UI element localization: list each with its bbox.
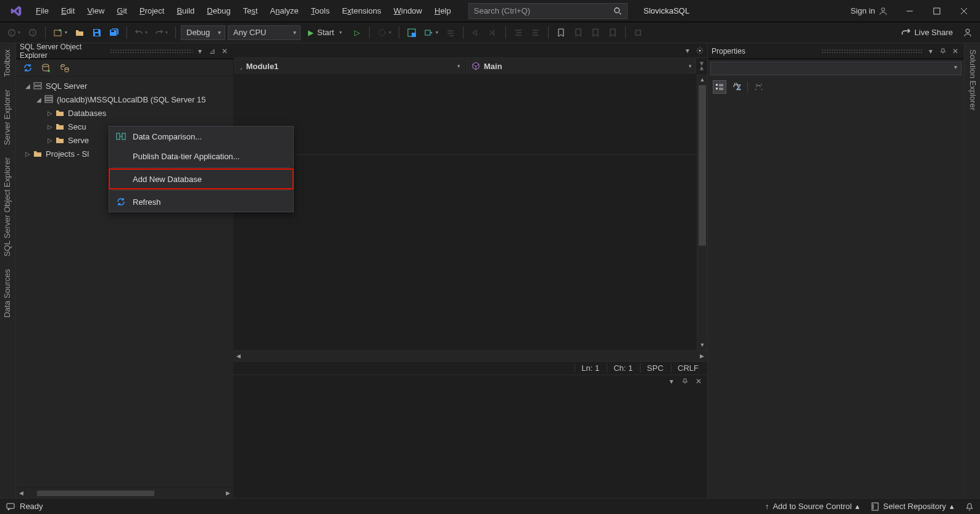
- tab-server-explorer[interactable]: Server Explorer: [0, 83, 15, 151]
- save-button[interactable]: [89, 25, 104, 41]
- notifications-button[interactable]: [965, 502, 974, 511]
- toolbar-btn-c[interactable]: ▾: [421, 25, 441, 41]
- editor-settings-button[interactable]: [695, 46, 705, 56]
- panel-hscroll[interactable]: ◀ ▶: [16, 487, 233, 498]
- menu-project[interactable]: Project: [133, 0, 170, 22]
- group-button[interactable]: [58, 61, 72, 75]
- line-endings[interactable]: CRLF: [671, 363, 705, 373]
- indent-mode[interactable]: SPC: [640, 363, 670, 373]
- menu-file[interactable]: File: [30, 0, 55, 22]
- vs-logo-icon: [7, 2, 25, 20]
- ctx-add-new-database[interactable]: Add New Database: [109, 169, 293, 189]
- toolbar-btn-d[interactable]: [443, 25, 458, 41]
- properties-dropdown-button[interactable]: ▾: [926, 46, 936, 56]
- menu-test[interactable]: Test: [237, 0, 264, 22]
- panel-pin-button[interactable]: ⊿: [207, 46, 217, 56]
- comment-button[interactable]: [511, 25, 526, 41]
- panel-dropdown-button[interactable]: ▾: [195, 46, 205, 56]
- open-button[interactable]: [72, 25, 87, 41]
- server-icon: [32, 80, 43, 91]
- forward-button[interactable]: [25, 25, 40, 41]
- scroll-thumb[interactable]: [37, 491, 154, 496]
- platform-select[interactable]: Any CPU: [228, 25, 301, 40]
- tab-data-sources[interactable]: Data Sources: [0, 263, 15, 324]
- code-editor[interactable]: ▲ ▼: [233, 74, 707, 350]
- properties-categorized-button[interactable]: [713, 80, 726, 94]
- scroll-thumb[interactable]: [699, 85, 706, 246]
- chat-icon[interactable]: [6, 502, 15, 511]
- menu-build[interactable]: Build: [170, 0, 201, 22]
- bookmark-next-button[interactable]: [588, 25, 603, 41]
- properties-alpha-button[interactable]: AZ: [730, 80, 744, 94]
- bookmark-button[interactable]: [554, 25, 568, 41]
- tree-instance[interactable]: ◢ (localdb)\MSSQLLocalDB (SQL Server 15: [16, 93, 233, 106]
- toolbar-btn-a[interactable]: ▾: [375, 25, 394, 41]
- new-project-button[interactable]: ▾: [51, 25, 70, 41]
- bookmark-prev-button[interactable]: [571, 25, 586, 41]
- menu-git[interactable]: Git: [110, 0, 133, 22]
- editor-hscrollbar[interactable]: ◀ ▶: [233, 350, 707, 361]
- nav-module-select[interactable]: ,Module1: [235, 59, 465, 73]
- tab-toolbox[interactable]: Toolbox: [0, 43, 15, 83]
- back-button[interactable]: ▾: [5, 25, 23, 41]
- scroll-right-icon[interactable]: ▶: [223, 488, 233, 499]
- output-pin-button[interactable]: [680, 376, 690, 386]
- panel-close-button[interactable]: ✕: [220, 46, 230, 56]
- scroll-left-icon[interactable]: ◀: [233, 351, 244, 362]
- menu-tools[interactable]: Tools: [305, 0, 336, 22]
- config-select[interactable]: Debug: [181, 25, 225, 40]
- scroll-left-icon[interactable]: ◀: [16, 488, 27, 499]
- scroll-down-icon[interactable]: ▼: [697, 339, 707, 350]
- toolbar-btn-b[interactable]: [404, 25, 419, 41]
- editor-dropdown-button[interactable]: ▾: [683, 46, 692, 56]
- nav-member-select[interactable]: Main: [466, 59, 696, 73]
- toolbar-btn-e[interactable]: [631, 25, 646, 41]
- svg-rect-15: [412, 33, 416, 37]
- signin-button[interactable]: Sign in: [850, 6, 887, 15]
- tree-databases[interactable]: ▷ Databases: [16, 106, 233, 120]
- uncomment-button[interactable]: [528, 25, 543, 41]
- feedback-button[interactable]: [960, 25, 975, 41]
- menu-extensions[interactable]: Extensions: [336, 0, 388, 22]
- output-dropdown-button[interactable]: ▾: [666, 376, 676, 386]
- ctx-refresh[interactable]: Refresh: [109, 192, 293, 212]
- menu-view[interactable]: View: [81, 0, 110, 22]
- live-share-button[interactable]: Live Share: [901, 28, 958, 38]
- tree-sql-server[interactable]: ◢ SQL Server: [16, 79, 233, 93]
- close-button[interactable]: [950, 0, 978, 22]
- minimize-button[interactable]: [896, 0, 923, 22]
- scroll-up-icon[interactable]: ▲: [697, 74, 707, 85]
- menu-help[interactable]: Help: [428, 0, 457, 22]
- select-repository-button[interactable]: Select Repository ▴: [871, 502, 954, 511]
- menu-debug[interactable]: Debug: [201, 0, 236, 22]
- properties-events-button[interactable]: [752, 80, 765, 94]
- properties-object-select[interactable]: [710, 62, 961, 75]
- properties-close-button[interactable]: ✕: [950, 46, 960, 56]
- sql-server-object-explorer-panel: SQL Server Object Explorer ▾ ⊿ ✕ ◢ SQL S…: [16, 43, 233, 498]
- ctx-publish-dacpac[interactable]: Publish Data-tier Application...: [109, 146, 293, 166]
- start-without-debug-button[interactable]: ▷: [349, 25, 364, 41]
- indent-in-button[interactable]: [486, 25, 500, 41]
- maximize-button[interactable]: [923, 0, 950, 22]
- bookmark-clear-button[interactable]: [605, 25, 620, 41]
- undo-button[interactable]: ▾: [132, 25, 150, 41]
- split-editor-button[interactable]: [697, 59, 706, 73]
- output-close-button[interactable]: ✕: [694, 376, 704, 386]
- tab-solution-explorer[interactable]: Solution Explorer: [965, 43, 980, 117]
- start-debug-button[interactable]: ▶Start▾: [303, 25, 347, 41]
- search-input[interactable]: Search (Ctrl+Q): [468, 3, 628, 19]
- menu-edit[interactable]: Edit: [55, 0, 81, 22]
- menu-analyze[interactable]: Analyze: [264, 0, 305, 22]
- indent-out-button[interactable]: [468, 25, 483, 41]
- add-source-control-button[interactable]: ↑ Add to Source Control ▴: [765, 502, 860, 511]
- properties-pin-button[interactable]: [938, 46, 948, 56]
- refresh-button[interactable]: [21, 61, 35, 75]
- add-server-button[interactable]: [39, 61, 53, 75]
- tab-sql-server-object-explorer[interactable]: SQL Server Object Explorer: [0, 151, 15, 263]
- menu-window[interactable]: Window: [388, 0, 428, 22]
- editor-vscrollbar[interactable]: ▲ ▼: [697, 74, 707, 350]
- save-all-button[interactable]: [107, 25, 122, 41]
- scroll-right-icon[interactable]: ▶: [697, 351, 707, 362]
- ctx-data-comparison[interactable]: Data Comparison...: [109, 126, 293, 146]
- redo-button[interactable]: ▾: [152, 25, 170, 41]
